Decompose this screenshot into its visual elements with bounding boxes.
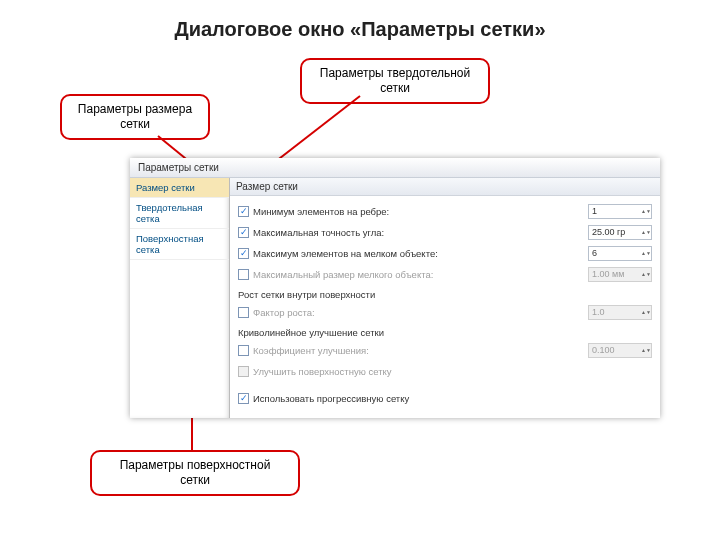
input-max-size-small: 1.00 мм ▲▼ xyxy=(588,267,652,282)
label-max-size-small: Максимальный размер мелкого объекта: xyxy=(253,269,584,280)
checkbox-progressive-mesh[interactable] xyxy=(238,393,249,404)
nav-item-mesh-size[interactable]: Размер сетки xyxy=(130,178,229,198)
spinner-icon[interactable]: ▲▼ xyxy=(641,251,648,256)
spinner-icon[interactable]: ▲▼ xyxy=(641,209,648,214)
dialog-nav: Размер сетки Твердотельная сетка Поверхн… xyxy=(130,178,230,418)
callout-solid: Параметры твердотельной сетки xyxy=(300,58,490,104)
mesh-params-dialog: Параметры сетки Размер сетки Твердотельн… xyxy=(130,158,660,418)
label-improve-surface: Улучшить поверхностную сетку xyxy=(253,366,652,377)
input-growth-factor: 1.0 ▲▼ xyxy=(588,305,652,320)
nav-item-solid-mesh[interactable]: Твердотельная сетка xyxy=(130,198,229,229)
label-progressive-mesh: Использовать прогрессивную сетку xyxy=(253,393,652,404)
section-growth: Рост сетки внутри поверхности xyxy=(238,289,652,300)
label-growth-factor: Фактор роста: xyxy=(253,307,584,318)
section-curvature: Криволинейное улучшение сетки xyxy=(238,327,652,338)
nav-item-surface-mesh[interactable]: Поверхностная сетка xyxy=(130,229,229,260)
spinner-icon: ▲▼ xyxy=(641,310,648,315)
slide-title: Диалоговое окно «Параметры сетки» xyxy=(0,18,720,41)
checkbox-max-angle[interactable] xyxy=(238,227,249,238)
checkbox-max-size-small[interactable] xyxy=(238,269,249,280)
dialog-title: Параметры сетки xyxy=(130,158,660,178)
checkbox-max-elements-small[interactable] xyxy=(238,248,249,259)
label-max-angle: Максимальная точность угла: xyxy=(253,227,584,238)
checkbox-min-elements[interactable] xyxy=(238,206,249,217)
label-improve-coef: Коэффициент улучшения: xyxy=(253,345,584,356)
input-max-angle[interactable]: 25.00 гр ▲▼ xyxy=(588,225,652,240)
spinner-icon[interactable]: ▲▼ xyxy=(641,230,648,235)
callout-size: Параметры размера сетки xyxy=(60,94,210,140)
input-improve-coef: 0.100 ▲▼ xyxy=(588,343,652,358)
input-min-elements[interactable]: 1 ▲▼ xyxy=(588,204,652,219)
label-max-elements-small: Максимум элементов на мелком объекте: xyxy=(253,248,584,259)
mesh-size-panel: Минимум элементов на ребре: 1 ▲▼ Максима… xyxy=(230,196,660,418)
checkbox-improve-surface xyxy=(238,366,249,377)
checkbox-improve-coef[interactable] xyxy=(238,345,249,356)
panel-title: Размер сетки xyxy=(230,178,660,196)
spinner-icon: ▲▼ xyxy=(641,272,648,277)
callout-surface: Параметры поверхностной сетки xyxy=(90,450,300,496)
input-max-elements-small[interactable]: 6 ▲▼ xyxy=(588,246,652,261)
label-min-elements: Минимум элементов на ребре: xyxy=(253,206,584,217)
spinner-icon: ▲▼ xyxy=(641,348,648,353)
checkbox-growth-factor[interactable] xyxy=(238,307,249,318)
